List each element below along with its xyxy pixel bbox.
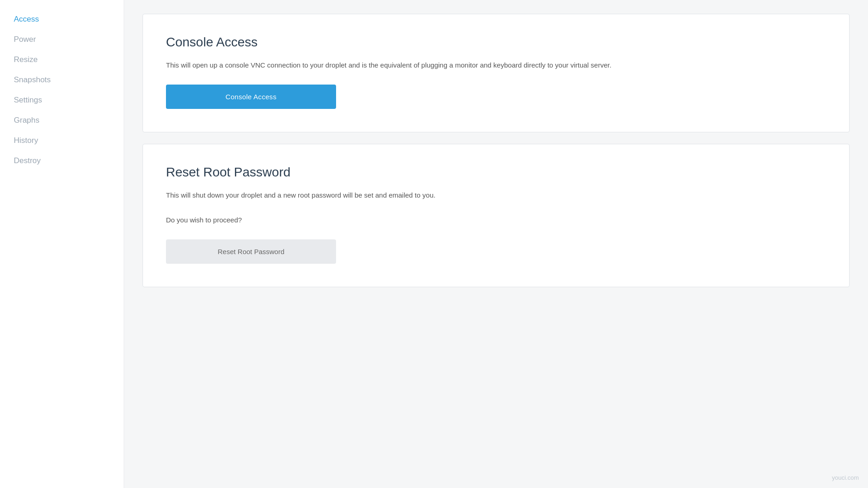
console-access-title: Console Access xyxy=(166,35,826,50)
sidebar-item-power[interactable]: Power xyxy=(0,29,124,50)
reset-password-description-2: Do you wish to proceed? xyxy=(166,215,672,226)
reset-password-description-1: This will shut down your droplet and a n… xyxy=(166,190,672,201)
reset-password-card: Reset Root Password This will shut down … xyxy=(143,144,850,287)
console-access-description: This will open up a console VNC connecti… xyxy=(166,60,672,71)
watermark: youci.com xyxy=(832,474,859,481)
sidebar-item-snapshots[interactable]: Snapshots xyxy=(0,70,124,90)
sidebar-item-graphs[interactable]: Graphs xyxy=(0,110,124,131)
sidebar-item-destroy[interactable]: Destroy xyxy=(0,151,124,171)
sidebar: Access Power Resize Snapshots Settings G… xyxy=(0,0,124,488)
console-access-button[interactable]: Console Access xyxy=(166,85,336,109)
main-content: Console Access This will open up a conso… xyxy=(124,0,868,488)
sidebar-item-resize[interactable]: Resize xyxy=(0,50,124,70)
sidebar-item-access[interactable]: Access xyxy=(0,9,124,29)
console-access-card: Console Access This will open up a conso… xyxy=(143,14,850,132)
sidebar-item-history[interactable]: History xyxy=(0,131,124,151)
reset-password-title: Reset Root Password xyxy=(166,165,826,180)
reset-password-button[interactable]: Reset Root Password xyxy=(166,239,336,264)
sidebar-item-settings[interactable]: Settings xyxy=(0,90,124,110)
